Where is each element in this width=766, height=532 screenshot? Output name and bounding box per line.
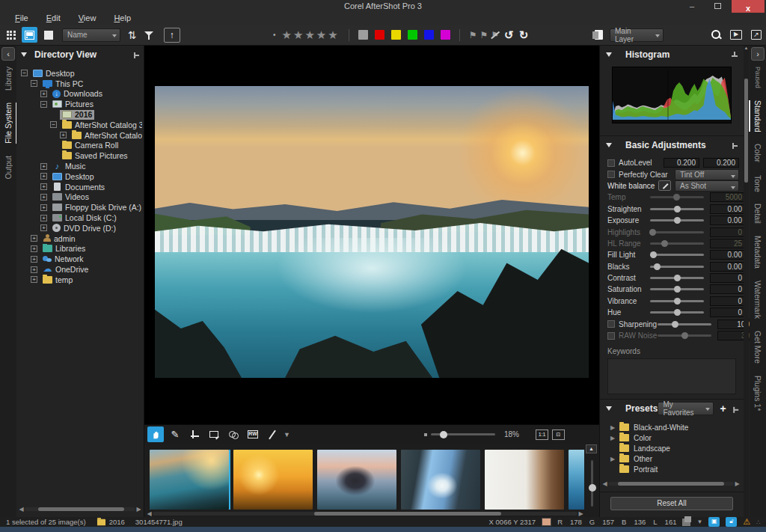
preset-expander[interactable]: ▶: [610, 424, 619, 431]
pin-icon[interactable]: [132, 52, 139, 58]
zoom-fit-button[interactable]: ⊡: [552, 429, 565, 440]
scroll-thumb[interactable]: [38, 507, 124, 511]
filmstrip-collapse-button[interactable]: ▲: [586, 444, 597, 453]
slider-thumb[interactable]: [654, 263, 661, 270]
tree-item-temp[interactable]: +temp: [19, 275, 142, 285]
slider-value[interactable]: 0: [710, 273, 746, 283]
tab-paused[interactable]: Paused: [754, 67, 762, 88]
tree-expander[interactable]: +: [31, 266, 37, 273]
tree-node[interactable]: AfterShot Catalog 3 B: [60, 120, 142, 129]
preset-expander[interactable]: ▶: [610, 456, 619, 462]
slider-thumb[interactable]: [681, 332, 688, 339]
layer-dropdown[interactable]: Main Layer: [610, 28, 664, 42]
tree-item-desktop[interactable]: −Desktop: [19, 68, 142, 79]
crop-tool-button[interactable]: [186, 426, 203, 442]
line-tool-button[interactable]: [264, 426, 281, 442]
sort-field-dropdown[interactable]: Name: [62, 28, 120, 42]
tab-library[interactable]: Library: [4, 67, 13, 91]
tree-item-local-disk-c-[interactable]: +Local Disk (C:): [19, 213, 142, 223]
tree-item-documents[interactable]: +Documents: [19, 182, 142, 192]
tree-item-aftershot-catalog[interactable]: +AfterShot Catalog: [19, 130, 142, 141]
lock-icon[interactable]: 🔓︎: [726, 517, 737, 527]
maximize-button[interactable]: [706, 0, 729, 13]
preset-color[interactable]: ▶Color: [610, 432, 744, 443]
slider-value[interactable]: 0: [710, 296, 746, 306]
slider-value[interactable]: 25: [710, 239, 746, 248]
slider-value[interactable]: 0: [710, 284, 746, 294]
pin-icon[interactable]: [732, 406, 738, 412]
tab-standard[interactable]: Standard: [753, 100, 762, 132]
flag-clear-icon[interactable]: ⚑: [491, 30, 499, 40]
tree-expander[interactable]: −: [31, 80, 37, 87]
fullscreen-icon[interactable]: ↗: [751, 30, 762, 40]
preset-other[interactable]: ▶Other: [610, 453, 744, 464]
scroll-thumb[interactable]: [314, 512, 501, 516]
white-balance-dropdown[interactable]: As Shot: [675, 180, 739, 192]
tree-expander[interactable]: +: [40, 194, 47, 201]
filmstrip-hscrollbar[interactable]: ◀ ▶: [146, 510, 584, 516]
collapse-section-caret[interactable]: [606, 406, 612, 411]
collapse-section-caret[interactable]: [21, 52, 27, 57]
tab-file-system[interactable]: File System: [4, 103, 13, 144]
tree-item-floppy-disk-drive-a-[interactable]: +Floppy Disk Drive (A:): [19, 202, 142, 213]
export-button[interactable]: ↑: [164, 28, 180, 43]
tree-node[interactable]: Documents: [50, 182, 107, 192]
preset-landscape[interactable]: Landscape: [610, 443, 744, 453]
warning-icon[interactable]: ⚠: [743, 517, 750, 527]
slider-value[interactable]: 0: [710, 308, 746, 317]
tree-node[interactable]: Desktop: [31, 68, 77, 78]
redo-button[interactable]: ↻: [519, 28, 529, 42]
tree-node[interactable]: ↓Downloads: [50, 89, 105, 99]
tree-expander[interactable]: +: [40, 163, 47, 170]
tree-item-pictures[interactable]: −Pictures: [19, 99, 142, 109]
scroll-up-arrow[interactable]: ▲: [744, 46, 749, 50]
tab-tone[interactable]: Tone: [753, 175, 762, 192]
tree-node[interactable]: admin: [40, 233, 78, 243]
tree-expander[interactable]: +: [40, 215, 47, 221]
collapse-left-panel-button[interactable]: ‹: [1, 47, 15, 61]
slider-value[interactable]: 0.00: [710, 215, 746, 225]
tree-item-admin[interactable]: +admin: [19, 233, 142, 244]
clear-rating-dot[interactable]: •: [273, 31, 276, 39]
slider-value[interactable]: 0.00: [710, 250, 746, 260]
tree-node[interactable]: temp: [40, 275, 75, 284]
slider-track[interactable]: [650, 231, 704, 233]
slideshow-icon[interactable]: ▶: [730, 30, 742, 40]
perfectly-clear-checkbox[interactable]: [607, 171, 615, 178]
preset-expander[interactable]: ▶: [610, 435, 619, 441]
tab-watermark[interactable]: Watermark: [753, 281, 762, 319]
slider-thumb[interactable]: [674, 286, 681, 293]
slider-track[interactable]: [650, 266, 704, 268]
thumbnail-waterfall-sunset[interactable]: [150, 450, 229, 510]
scroll-right-arrow[interactable]: ▶: [577, 510, 584, 517]
tree-item-libraries[interactable]: +Libraries: [19, 244, 142, 254]
tree-node[interactable]: Libraries: [40, 244, 88, 254]
chevron-down-icon[interactable]: ▼: [696, 519, 702, 525]
raw-noise-checkbox[interactable]: [607, 332, 615, 340]
tree-node[interactable]: 2016: [60, 110, 94, 120]
autolevel-value-1[interactable]: 0.200: [664, 158, 699, 168]
slider-track[interactable]: [650, 196, 704, 198]
thumbnail-size-slider[interactable]: [591, 460, 593, 507]
tree-node[interactable]: DVD Drive (D:): [50, 223, 118, 233]
color-label-0[interactable]: [358, 30, 368, 40]
slider-thumb[interactable]: [661, 240, 668, 247]
slider-thumb[interactable]: [650, 251, 657, 258]
collapse-right-panel-button[interactable]: ›: [751, 47, 765, 61]
slider-track[interactable]: [658, 323, 711, 325]
tree-expander[interactable]: +: [31, 276, 37, 283]
tree-item-camera-roll[interactable]: Camera Roll: [19, 141, 142, 151]
zoom-slider-thumb[interactable]: [440, 431, 447, 438]
slider-thumb[interactable]: [674, 309, 681, 316]
tree-node[interactable]: Videos: [50, 192, 91, 202]
flag-pick-icon[interactable]: ⚑: [469, 30, 477, 40]
tree-expander[interactable]: +: [40, 173, 47, 180]
tree-item-videos[interactable]: +Videos: [19, 192, 142, 203]
adjust-tool-button[interactable]: [206, 426, 222, 442]
tree-expander[interactable]: +: [31, 256, 37, 263]
thumbnail-ice-blue[interactable]: [569, 450, 584, 510]
resize-grip[interactable]: ∴: [756, 519, 762, 526]
edit-tool-button[interactable]: ✎: [167, 426, 183, 442]
color-label-3[interactable]: [408, 30, 417, 40]
tree-item-dvd-drive-d-[interactable]: +DVD Drive (D:): [19, 223, 142, 233]
